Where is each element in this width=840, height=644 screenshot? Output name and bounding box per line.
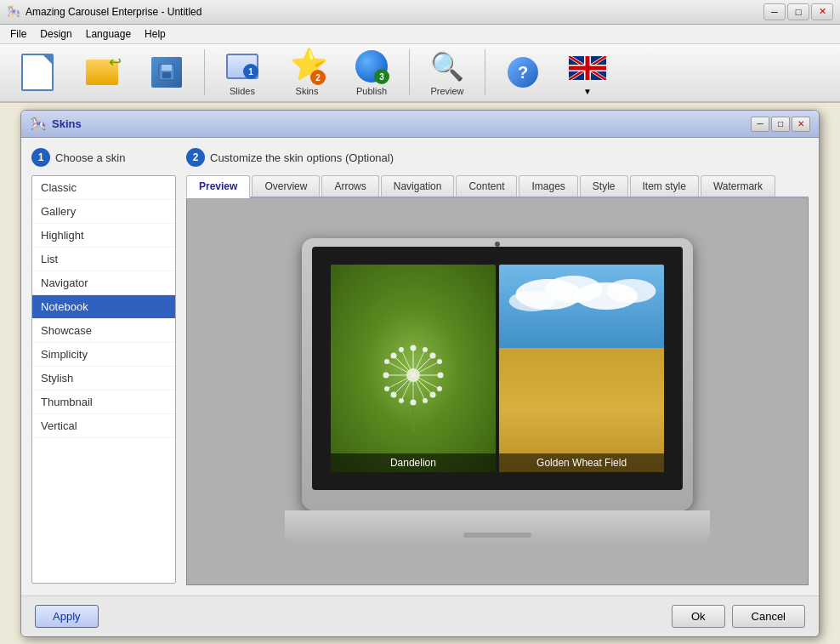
skin-item-simplicity[interactable]: Simplicity [32, 343, 175, 367]
step2-circle: 2 [186, 148, 205, 167]
skin-item-vertical[interactable]: Vertical [32, 414, 175, 438]
menu-design[interactable]: Design [33, 26, 78, 42]
slide-wheat-caption: Golden Wheat Field [499, 453, 664, 472]
svg-rect-2 [162, 72, 171, 78]
menu-help[interactable]: Help [138, 26, 173, 42]
help-button[interactable]: ? [492, 45, 553, 100]
laptop-screen-outer: Dandelion [302, 238, 693, 510]
skin-item-list[interactable]: List [32, 248, 175, 271]
new-button[interactable] [7, 45, 68, 100]
svg-rect-11 [569, 66, 606, 70]
svg-point-49 [606, 279, 656, 303]
slides-icon: 1 [226, 54, 258, 79]
skin-item-notebook[interactable]: Notebook [32, 295, 175, 319]
maximize-button[interactable]: □ [787, 3, 809, 20]
svg-line-24 [413, 357, 431, 375]
cancel-button[interactable]: Cancel [732, 605, 805, 628]
publish-button[interactable]: 3 Publish [341, 45, 402, 100]
skin-item-highlight[interactable]: Highlight [32, 224, 175, 248]
skins-label: Skins [296, 86, 319, 96]
window-controls: ─ □ ✕ [763, 3, 833, 20]
save-button[interactable] [136, 45, 197, 100]
svg-point-33 [437, 359, 442, 364]
main-content: 🎠 Skins ─ □ ✕ 1 Choose a skin Clas [0, 103, 840, 644]
svg-point-19 [383, 373, 389, 379]
skin-item-classic[interactable]: Classic [32, 176, 175, 200]
dialog-maximize[interactable]: □ [771, 117, 790, 132]
step1-circle: 1 [31, 148, 50, 167]
tab-overview[interactable]: Overview [252, 175, 320, 197]
uk-flag-icon [569, 56, 606, 80]
ok-button[interactable]: Ok [672, 605, 725, 628]
slide-dandelion-caption: Dandelion [331, 453, 496, 472]
menu-bar: File Design Language Help [0, 25, 840, 44]
menu-language[interactable]: Language [79, 26, 138, 42]
tab-item-style[interactable]: Item style [630, 175, 699, 197]
dialog-title: Skins [52, 117, 751, 130]
skin-item-gallery[interactable]: Gallery [32, 200, 175, 224]
separator-3 [485, 49, 485, 95]
minimize-button[interactable]: ─ [763, 3, 786, 20]
dialog-close[interactable]: ✕ [792, 117, 810, 132]
wheat-bg [499, 265, 664, 471]
publish-icon: 3 [355, 50, 388, 83]
svg-point-50 [509, 291, 555, 311]
toolbar: ↩ 1 [0, 44, 840, 103]
step2-header: 2 Customize the skin options (Optional) [186, 148, 809, 167]
tabs-bar: Preview Overview Arrows Navigation Conte… [186, 175, 809, 198]
step1-header: 1 Choose a skin [31, 148, 176, 167]
svg-point-29 [429, 392, 435, 398]
open-button[interactable]: ↩ [71, 45, 133, 100]
skin-item-stylish[interactable]: Stylish [32, 367, 175, 390]
apply-button[interactable]: Apply [35, 605, 99, 628]
tab-style[interactable]: Style [580, 175, 628, 197]
skin-item-navigator[interactable]: Navigator [32, 271, 175, 295]
separator-2 [409, 49, 410, 95]
dandelion-image [349, 300, 477, 436]
svg-point-27 [390, 392, 396, 398]
tab-preview[interactable]: Preview [186, 175, 250, 198]
carousel-slides: Dandelion [331, 265, 664, 471]
tab-content[interactable]: Content [456, 175, 517, 197]
menu-file[interactable]: File [3, 26, 33, 42]
tab-images[interactable]: Images [519, 175, 577, 197]
laptop-screen: Dandelion [312, 247, 683, 490]
preview-button[interactable]: 🔍 Preview [417, 45, 478, 100]
step1-label: Choose a skin [55, 151, 125, 164]
dialog-titlebar: 🎠 Skins ─ □ ✕ [21, 111, 819, 138]
preview-area: Dandelion [186, 198, 809, 585]
svg-line-22 [395, 357, 413, 375]
tab-arrows[interactable]: Arrows [321, 175, 378, 197]
preview-magnifier-icon: 🔍 [430, 50, 464, 83]
skin-list-panel: 1 Choose a skin Classic Gallery Highligh… [31, 148, 176, 585]
dialog-minimize[interactable]: ─ [751, 117, 769, 132]
svg-point-45 [423, 398, 428, 403]
svg-rect-1 [162, 65, 172, 71]
laptop-mockup: Dandelion [285, 238, 710, 544]
close-button[interactable]: ✕ [811, 3, 833, 20]
svg-point-25 [429, 353, 435, 359]
separator-1 [204, 49, 205, 95]
slides-label: Slides [230, 86, 255, 96]
skins-icon: ⭐ 2 [290, 49, 324, 83]
svg-point-39 [399, 347, 404, 352]
slide-dandelion: Dandelion [331, 265, 496, 471]
svg-point-17 [410, 400, 416, 406]
skins-button[interactable]: ⭐ 2 Skins [276, 45, 338, 100]
skin-item-thumbnail[interactable]: Thumbnail [32, 390, 175, 414]
publish-label: Publish [356, 86, 387, 96]
svg-point-21 [437, 373, 443, 379]
skin-list[interactable]: Classic Gallery Highlight List Navigator… [31, 175, 176, 584]
skin-item-showcase[interactable]: Showcase [32, 319, 175, 343]
step2-label: Customize the skin options (Optional) [210, 151, 394, 164]
dialog-controls: ─ □ ✕ [751, 117, 810, 132]
save-icon [151, 57, 182, 88]
tab-watermark[interactable]: Watermark [701, 175, 775, 197]
dialog-body: 1 Choose a skin Classic Gallery Highligh… [21, 138, 819, 596]
svg-line-30 [389, 362, 413, 375]
svg-point-15 [410, 345, 416, 351]
preview-label: Preview [430, 86, 463, 96]
slides-button[interactable]: 1 Slides [212, 45, 273, 100]
tab-navigation[interactable]: Navigation [381, 175, 455, 197]
language-button[interactable]: ▼ [557, 45, 618, 100]
